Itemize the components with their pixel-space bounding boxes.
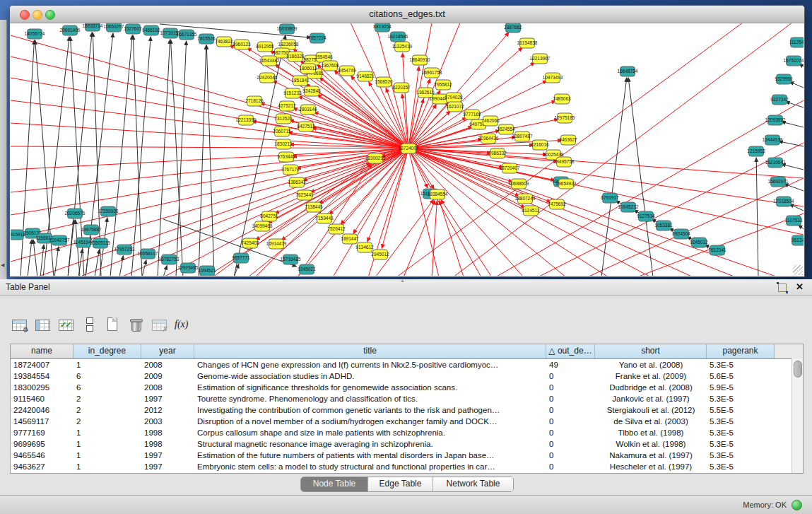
graph-node[interactable]: 7138445 xyxy=(305,202,323,212)
table-cell[interactable]: Changes of HCN gene expression and I(f) … xyxy=(194,359,546,370)
table-cell[interactable]: Disruption of a novel member of a sodium… xyxy=(194,416,546,427)
table-cell[interactable]: 6 xyxy=(73,370,141,382)
graph-node[interactable]: 1107533 xyxy=(785,216,803,226)
graph-node[interactable]: 10945212 xyxy=(618,202,639,212)
table-cell[interactable]: 2008 xyxy=(141,359,194,370)
graph-node[interactable]: 1851841 xyxy=(291,76,310,86)
table-cell[interactable]: Estimation of the future numbers of pati… xyxy=(194,450,546,461)
table-cell[interactable]: 19384554 xyxy=(11,370,73,382)
table-scrollbar[interactable] xyxy=(792,358,803,473)
graph-node[interactable]: 17359928 xyxy=(98,206,119,216)
graph-edge[interactable] xyxy=(784,184,804,191)
graph-node[interactable]: 8042751 xyxy=(260,211,278,221)
table-settings-icon[interactable]: ⚙ xyxy=(10,315,28,334)
table-cell[interactable]: 5.3E-5 xyxy=(707,461,775,472)
tab-network-table[interactable]: Network Table xyxy=(433,477,513,491)
table-row[interactable]: 969969511998Structural magnetic resonanc… xyxy=(11,438,803,450)
window-resize-grip[interactable] xyxy=(793,265,803,275)
graph-node[interactable]: 7623441 xyxy=(295,190,314,200)
table-row[interactable]: 1872400712008Changes of HCN gene express… xyxy=(11,359,803,370)
graph-edge[interactable] xyxy=(396,23,743,276)
graph-node[interactable]: 10973493 xyxy=(543,73,563,83)
graph-node[interactable]: 1386343 xyxy=(288,177,306,187)
table-cell[interactable]: 1 xyxy=(73,359,141,370)
graph-node[interactable]: 7159443 xyxy=(315,214,334,223)
memory-status-indicator[interactable] xyxy=(792,500,802,510)
table-cell[interactable]: 1997 xyxy=(141,461,194,472)
graph-edge[interactable] xyxy=(789,82,804,88)
table-cell[interactable]: Embryonic stem cells: a model to study s… xyxy=(194,461,546,472)
graph-edge[interactable] xyxy=(68,220,74,276)
table-cell[interactable]: 49 xyxy=(546,359,595,370)
graph-node[interactable]: 16914479 xyxy=(266,239,287,249)
graph-node[interactable]: 7425402 xyxy=(241,238,259,248)
graph-edge[interactable] xyxy=(782,164,804,170)
table-cell[interactable]: 0 xyxy=(546,416,595,427)
graph-node[interactable]: 12444138 xyxy=(763,135,783,145)
graph-node[interactable]: 6791917 xyxy=(601,193,619,203)
graph-node[interactable]: 9777169 xyxy=(463,110,481,119)
table-cell[interactable]: 1997 xyxy=(141,393,194,404)
table-cell[interactable]: 5.3E-5 xyxy=(707,393,775,404)
graph-edge[interactable] xyxy=(538,143,804,276)
table-cell[interactable]: Jankovic et al. (1997) xyxy=(595,393,707,404)
table-row[interactable]: 1830029562008Estimation of significance … xyxy=(11,382,803,393)
graph-node[interactable]: 9227342 xyxy=(770,95,789,105)
table-cell[interactable]: 5.5E-5 xyxy=(707,404,775,416)
graph-node[interactable]: 1891447 xyxy=(341,234,359,244)
graph-node[interactable]: 8216016 xyxy=(531,140,549,150)
graph-node[interactable]: 1830212 xyxy=(274,139,293,149)
table-cell[interactable]: 1998 xyxy=(141,427,194,438)
column-header-short[interactable]: short xyxy=(595,344,707,358)
graph-node[interactable]: 11325419 xyxy=(392,42,413,52)
graph-node[interactable]: 8912955 xyxy=(256,42,274,52)
graph-node[interactable]: 3767174 xyxy=(281,165,300,175)
table-cell[interactable]: 0 xyxy=(546,461,595,472)
graph-edge[interactable] xyxy=(441,200,492,276)
table-cell[interactable]: Estimation of significance thresholds fo… xyxy=(194,382,546,393)
graph-node[interactable]: 6794028 xyxy=(445,93,463,103)
graph-node[interactable]: 1806012 xyxy=(299,64,317,74)
graph-edge[interactable] xyxy=(158,40,170,276)
graph-node[interactable]: 2803144 xyxy=(299,105,317,115)
graph-node[interactable]: 9329966 xyxy=(775,74,793,84)
graph-node[interactable]: 7485063 xyxy=(553,94,571,104)
graph-node[interactable]: 4275212 xyxy=(278,101,296,111)
table-cell[interactable]: de Silva et al. (2003) xyxy=(595,416,707,427)
splitter-arrow-icon[interactable]: ▲ xyxy=(400,278,405,283)
table-cell[interactable]: 0 xyxy=(546,393,595,404)
graph-node[interactable]: 7815526 xyxy=(197,34,216,44)
graph-edge[interactable] xyxy=(628,78,653,276)
float-panel-icon[interactable] xyxy=(778,284,787,292)
select-columns-icon[interactable]: ✓✓ xyxy=(57,315,75,334)
graph-node[interactable]: 9151233 xyxy=(283,88,302,98)
graph-node[interactable]: 2718126 xyxy=(245,96,264,106)
graph-node[interactable]: 8960123 xyxy=(233,40,251,49)
graph-node[interactable]: 17957253 xyxy=(114,245,135,255)
table-cell[interactable]: 5.3E-5 xyxy=(707,450,775,461)
table-cell[interactable]: 0 xyxy=(546,427,595,438)
table-cell[interactable]: 1 xyxy=(73,450,141,461)
graph-node[interactable]: 2367608 xyxy=(321,61,339,71)
graph-node[interactable]: 1621072 xyxy=(446,102,464,112)
table-cell[interactable]: Yano et al. (2008) xyxy=(595,359,707,370)
graph-node[interactable]: 8186328 xyxy=(286,52,305,62)
table-row[interactable]: 911546021997Tourette syndrome. Phenomeno… xyxy=(11,393,803,404)
new-table-icon[interactable] xyxy=(103,315,122,334)
graph-node[interactable]: 18640910 xyxy=(410,55,430,65)
graph-edge[interactable] xyxy=(404,200,435,276)
graph-node[interactable]: 12923485 xyxy=(178,263,199,273)
table-cell[interactable]: Structural magnetic resonance image aver… xyxy=(194,438,546,450)
network-canvas[interactable]: 1405572420691406189337141065325715276026… xyxy=(11,23,804,276)
graph-hub-node[interactable]: 18724007 xyxy=(399,144,419,153)
graph-edge[interactable] xyxy=(28,240,32,276)
table-cell[interactable]: 18300295 xyxy=(11,382,73,393)
table-cell[interactable]: 0 xyxy=(546,382,595,393)
graph-node[interactable]: 8813054 xyxy=(373,23,392,32)
graph-edge[interactable] xyxy=(95,250,100,276)
graph-node[interactable]: 961245 xyxy=(792,235,804,245)
graph-node[interactable]: 9146821 xyxy=(356,71,375,81)
table-cell[interactable]: 2 xyxy=(73,393,141,404)
graph-node[interactable]: 9134612 xyxy=(355,243,374,252)
graph-edge[interactable] xyxy=(408,148,439,276)
